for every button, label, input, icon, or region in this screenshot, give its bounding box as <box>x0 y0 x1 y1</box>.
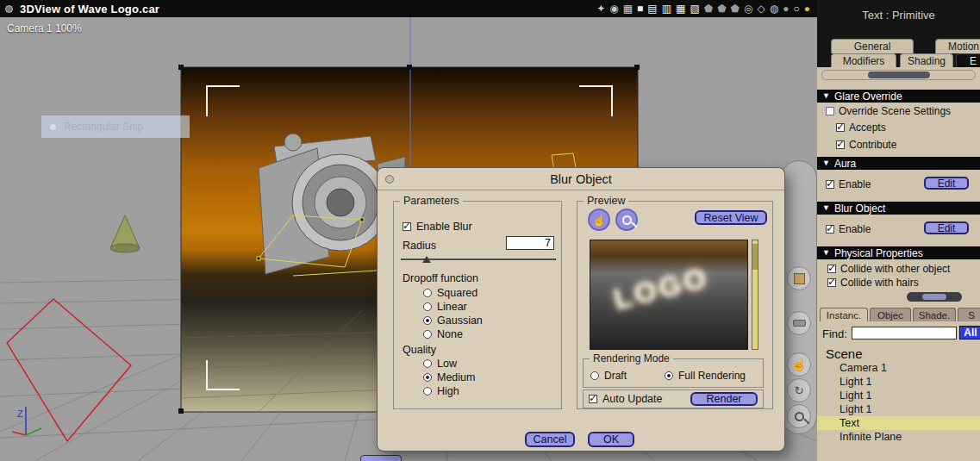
dropoff-none-option[interactable]: None <box>423 328 463 340</box>
section-physical-properties[interactable]: ▼ Physical Properties <box>817 246 980 259</box>
quality-low-radio[interactable] <box>423 359 432 368</box>
aura-enable-row[interactable]: Enable <box>826 178 871 190</box>
cancel-button[interactable]: Cancel <box>525 432 575 447</box>
paint-tool-button[interactable] <box>787 311 811 335</box>
override-scene-settings-row[interactable]: Override Scene Settings <box>826 105 951 117</box>
section-glare-override[interactable]: ▼ Glare Override <box>817 90 980 103</box>
ok-button[interactable]: OK <box>588 432 634 447</box>
scene-item-camera-1[interactable]: Camera 1 <box>817 361 980 375</box>
bottom-edge-button[interactable] <box>360 455 402 461</box>
render-button[interactable]: Render <box>690 392 758 406</box>
layout-rows-icon[interactable]: ▤ <box>647 3 657 14</box>
layout-quad-icon[interactable]: ▧ <box>690 3 699 14</box>
layout-columns-icon[interactable]: ▥ <box>662 3 671 14</box>
cube-tool-button[interactable] <box>787 266 811 290</box>
quality-high-option[interactable]: High <box>423 385 459 397</box>
full-rendering-radio[interactable] <box>665 371 673 380</box>
panel-scrollbar-top[interactable] <box>821 70 976 80</box>
scene-preview-icon[interactable]: ▦ <box>623 3 633 14</box>
white-sphere-icon[interactable]: ○ <box>794 3 800 14</box>
contribute-checkbox[interactable] <box>836 140 845 149</box>
reset-view-button[interactable]: Reset View <box>695 210 767 225</box>
preview-scrollbar-thumb[interactable] <box>752 244 758 270</box>
collide-hairs-row[interactable]: Collide with hairs <box>827 277 919 289</box>
orbit-icon[interactable]: ◎ <box>744 3 752 14</box>
section-blur-object[interactable]: ▼ Blur Object <box>817 202 980 215</box>
shield-wire-icon[interactable]: ⬟ <box>704 3 713 14</box>
tab-modifiers[interactable]: Modifiers <box>831 53 896 68</box>
find-input[interactable] <box>852 327 957 340</box>
layout-single-icon[interactable]: ■ <box>637 3 643 14</box>
draft-option[interactable]: Draft <box>590 370 627 382</box>
radius-input[interactable] <box>506 236 554 250</box>
layout-grid-icon[interactable]: ▦ <box>676 3 685 14</box>
tab-effects[interactable]: E <box>956 53 980 68</box>
preview-image[interactable]: LOGO <box>590 240 748 350</box>
blur-enable-checkbox[interactable] <box>826 225 834 234</box>
tab-shading[interactable]: Shading <box>900 53 953 68</box>
scene-item-light-1b[interactable]: Light 1 <box>817 389 980 402</box>
dropoff-none-radio[interactable] <box>423 330 432 339</box>
scene-item-infinite-plane[interactable]: Infinite Plane <box>817 430 980 444</box>
dialog-close-icon[interactable] <box>385 175 394 184</box>
rotate-tool-button[interactable]: ↻ <box>787 378 811 402</box>
diamond-icon[interactable]: ◇ <box>758 3 765 14</box>
dropoff-linear-option[interactable]: Linear <box>423 301 467 313</box>
quality-high-radio[interactable] <box>423 387 432 396</box>
draft-radio[interactable] <box>590 371 599 380</box>
collide-hairs-checkbox[interactable] <box>827 278 836 287</box>
quality-low-option[interactable]: Low <box>423 358 457 370</box>
collide-objects-checkbox[interactable] <box>827 265 836 273</box>
zoom-button[interactable] <box>615 209 638 231</box>
tab-objects[interactable]: Objec <box>870 308 911 321</box>
section-aura[interactable]: ▼ Aura <box>817 157 980 170</box>
blur-edit-button[interactable]: Edit <box>924 221 969 234</box>
accepts-checkbox[interactable] <box>836 123 845 132</box>
quality-medium-option[interactable]: Medium <box>423 371 475 383</box>
scene-item-text-selected[interactable]: Text <box>817 416 980 430</box>
full-rendering-option[interactable]: Full Rendering <box>665 370 746 382</box>
contribute-row[interactable]: Contribute <box>836 139 896 151</box>
panel-scrollbar-top-thumb[interactable] <box>868 72 930 78</box>
radius-slider[interactable] <box>401 259 556 260</box>
enable-blur-row[interactable]: Enable Blur <box>403 221 472 233</box>
override-scene-settings-checkbox[interactable] <box>826 107 834 115</box>
camera-icon[interactable]: ◉ <box>609 3 618 14</box>
tab-shaders[interactable]: Shade. <box>913 308 956 321</box>
scene-item-light-1c[interactable]: Light 1 <box>817 402 980 416</box>
aura-edit-button[interactable]: Edit <box>924 177 969 190</box>
dropoff-gaussian-radio[interactable] <box>423 316 432 325</box>
enable-blur-checkbox[interactable] <box>403 222 411 231</box>
pan-hand-button[interactable]: ☝ <box>588 209 610 231</box>
auto-update-checkbox[interactable] <box>589 395 597 403</box>
dropoff-squared-option[interactable]: Squared <box>423 287 478 299</box>
dialog-titlebar[interactable]: Blur Object <box>378 168 784 190</box>
find-all-button[interactable]: All <box>959 326 980 340</box>
scene-item-light-1a[interactable]: Light 1 <box>817 375 980 389</box>
collide-objects-row[interactable]: Collide with other object <box>827 263 950 275</box>
aura-enable-checkbox[interactable] <box>826 180 834 189</box>
hand-tool-button[interactable]: ☝ <box>787 352 811 377</box>
shield-shaded-icon[interactable]: ⬟ <box>731 3 740 14</box>
radius-slider-thumb[interactable] <box>422 256 431 263</box>
tab-instances[interactable]: Instanc. <box>820 308 868 321</box>
shaded-sphere-icon[interactable]: ● <box>783 3 789 14</box>
panel-scroll-pill[interactable] <box>907 292 962 302</box>
tab-motion[interactable]: Motion <box>935 39 980 53</box>
dropoff-gaussian-option[interactable]: Gaussian <box>423 315 483 327</box>
accepts-row[interactable]: Accepts <box>836 121 886 134</box>
wand-icon[interactable]: ✦ <box>596 3 605 14</box>
zoom-tool-button[interactable] <box>787 404 811 428</box>
panel-scroll-pill-thumb[interactable] <box>922 294 946 300</box>
tab-general[interactable]: General <box>831 39 914 53</box>
blur-enable-row[interactable]: Enable <box>826 223 871 235</box>
gold-sphere-icon[interactable]: ● <box>804 3 810 14</box>
shield-flat-icon[interactable]: ⬟ <box>717 3 726 14</box>
tab-sounds[interactable]: S <box>958 308 980 321</box>
quality-medium-radio[interactable] <box>423 373 432 382</box>
dropoff-linear-radio[interactable] <box>423 302 432 311</box>
dropoff-squared-radio[interactable] <box>423 289 432 297</box>
cone-object[interactable] <box>110 215 140 252</box>
wire-sphere-icon[interactable]: ◍ <box>770 3 778 14</box>
preview-scrollbar[interactable] <box>752 240 758 350</box>
